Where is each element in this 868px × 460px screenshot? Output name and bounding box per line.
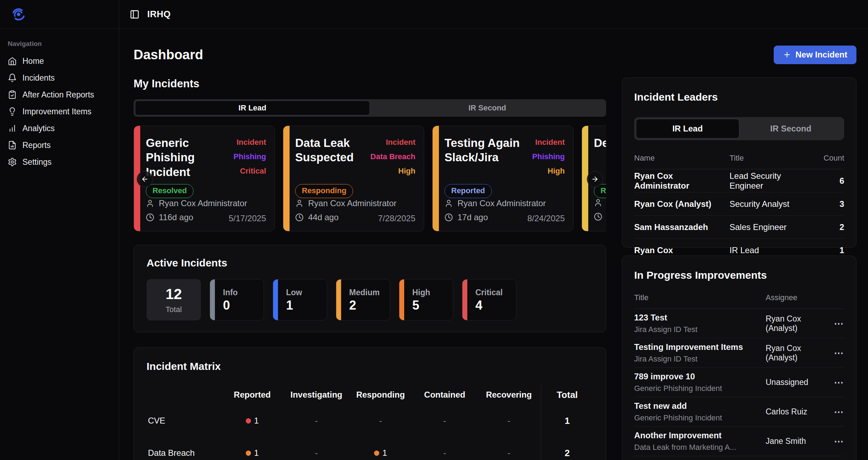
row-menu-button[interactable]: ⋯ <box>827 436 844 447</box>
sidebar-header <box>0 0 119 29</box>
severity-stripe <box>336 279 341 320</box>
improvement-row: 123 TestJira Assign ID TestRyan Cox (Ana… <box>634 309 844 338</box>
new-incident-button[interactable]: New Incident <box>774 46 856 64</box>
improvement-subtitle: Jira Assign ID Test <box>634 354 766 364</box>
sidebar-item-label: Home <box>22 56 44 66</box>
leader-row: Sam HassanzadehSales Engineer2 <box>634 216 844 239</box>
matrix-row-label: CVE <box>147 416 220 426</box>
incident-leaders-panel: Incident Leaders IR LeadIR Second NameTi… <box>622 77 856 248</box>
improvement-assignee: Jane Smith <box>766 437 827 446</box>
leader-row: Ryan Cox (Analyst)Security Analyst3 <box>634 192 844 216</box>
improvement-subtitle: Data Leak from Marketing A... <box>634 443 766 452</box>
sidebar-item-improvement-items[interactable]: Improvement Items <box>0 103 119 120</box>
app-title: IRHQ <box>147 9 171 20</box>
ellipsis-icon: ⋯ <box>834 407 844 417</box>
status-dot <box>374 451 379 456</box>
sidebar-item-label: Settings <box>22 157 52 167</box>
row-menu-button[interactable]: ⋯ <box>827 406 844 418</box>
sidebar-item-home[interactable]: Home <box>0 53 119 69</box>
active-incidents-panel: Active Incidents 12 Total Info0Low1Mediu… <box>134 245 606 332</box>
improvement-row: Test new addGeneric Phishing IncidentCar… <box>634 397 844 427</box>
logo-icon[interactable] <box>11 6 27 22</box>
ellipsis-icon: ⋯ <box>834 348 844 358</box>
matrix-cell: 1 <box>220 448 284 458</box>
my-incidents-tabs: IR LeadIR Second <box>134 99 606 117</box>
leader-title: IR Lead <box>730 245 816 255</box>
card-reporter-name: Ryan Cox Administrator <box>159 198 247 208</box>
card-severity-stripe <box>433 126 439 231</box>
matrix-cell: 1 <box>348 448 413 458</box>
matrix-column-header: Investigating <box>284 390 348 400</box>
content: Dashboard New Incident My Incidents IR L… <box>119 29 868 460</box>
matrix-column-header: Responding <box>348 390 413 400</box>
row-menu-button[interactable]: ⋯ <box>827 318 844 329</box>
sidebar-item-analytics[interactable]: Analytics <box>0 120 119 137</box>
matrix-row-label: Data Breach <box>147 448 220 458</box>
incident-card[interactable]: Data Leak SuspectedIncidentData BreachHi… <box>283 126 424 231</box>
improvement-title-cell: Testing Improvement ItemsJira Assign ID … <box>634 342 766 364</box>
person-icon <box>146 199 154 208</box>
severity-label: Low <box>286 288 302 297</box>
improvements-header-assignee: Assignee <box>766 293 827 302</box>
carousel-next-button[interactable] <box>587 171 603 187</box>
improvement-row: Testing Improvement ItemsJira Assign ID … <box>634 338 844 368</box>
card-reporter-row: Ryan Cox Administrator <box>146 198 247 208</box>
sidebar-toggle-button[interactable] <box>128 7 142 21</box>
tab-ir-second[interactable]: IR Second <box>370 101 605 115</box>
sidebar-item-after-action-reports[interactable]: After Action Reports <box>0 86 119 103</box>
active-incidents-heading: Active Incidents <box>147 257 593 269</box>
incident-card[interactable]: Testing Again Slack/JiraIncidentPhishing… <box>432 126 574 231</box>
improvement-title-cell: 123 TestJira Assign ID Test <box>634 313 766 334</box>
matrix-total-header: Total <box>541 385 593 405</box>
matrix-row-total: 2 <box>541 437 593 460</box>
severity-label: Medium <box>349 288 380 297</box>
incident-label-incident: Incident <box>386 138 415 147</box>
leaders-header-title: Title <box>730 154 816 163</box>
severity-tile-critical: Critical4 <box>462 279 516 320</box>
card-date: 5/17/2025 <box>229 214 266 223</box>
leaders-tab-ir-lead[interactable]: IR Lead <box>636 119 739 138</box>
improvement-assignee: Carlos Ruiz <box>766 407 827 417</box>
tab-ir-lead[interactable]: IR Lead <box>135 101 370 115</box>
incident-matrix-table: ReportedInvestigatingRespondingContained… <box>147 385 593 460</box>
matrix-row: Data Breach1-1--2 <box>147 437 593 460</box>
plus-icon <box>783 50 791 59</box>
severity-stats-row: 12 Total Info0Low1Medium2High5Critical4 <box>147 279 593 320</box>
matrix-cell: - <box>477 448 541 458</box>
incident-card-labels: IncidentPhishingCritical <box>233 138 266 176</box>
improvement-assignee: Ryan Cox (Analyst) <box>766 314 827 333</box>
leader-count: 6 <box>816 176 844 186</box>
card-reporter-row: Ryan Cox Administrator <box>295 198 396 208</box>
card-reporter-row: Ryan Cox Administrator <box>445 198 546 208</box>
incident-card[interactable]: Generic Phishing IncidentIncidentPhishin… <box>134 126 275 231</box>
matrix-cell: - <box>284 416 348 426</box>
matrix-empty-cell: - <box>508 416 510 426</box>
improvement-subtitle: Generic Phishing Incident <box>634 384 766 393</box>
matrix-empty-cell: - <box>443 416 446 426</box>
incident-label-high: High <box>398 167 415 176</box>
sidebar-item-label: Analytics <box>22 124 55 133</box>
row-menu-button[interactable]: ⋯ <box>827 377 844 388</box>
dashboard-columns: My Incidents IR LeadIR Second Generic Ph… <box>134 77 856 460</box>
row-menu-button[interactable]: ⋯ <box>827 347 844 359</box>
ellipsis-icon: ⋯ <box>834 377 844 388</box>
sidebar-item-settings[interactable]: Settings <box>0 154 119 170</box>
leader-count: 1 <box>816 245 844 255</box>
improvement-title-cell: 789 improve 10Generic Phishing Incident <box>634 372 766 393</box>
sidebar-item-reports[interactable]: Reports <box>0 137 119 154</box>
total-incidents-tile: 12 Total <box>147 279 201 320</box>
carousel-prev-button[interactable] <box>137 171 153 187</box>
clock-icon <box>594 212 602 221</box>
matrix-empty-cell: - <box>443 448 446 458</box>
sidebar-item-incidents[interactable]: Incidents <box>0 69 119 86</box>
severity-tile-high: High5 <box>399 279 453 320</box>
panel-left-icon <box>130 9 140 19</box>
severity-stripe <box>399 279 404 320</box>
severity-label: High <box>412 288 430 297</box>
improvement-subtitle: Generic Phishing Incident <box>634 413 766 422</box>
leader-name: Ryan Cox <box>634 245 730 255</box>
card-age-row: 17d ago <box>445 212 488 222</box>
card-reporter-name: Ryan Cox Administrator <box>308 198 396 208</box>
incident-label-phishing: Phishing <box>233 152 266 161</box>
leaders-tab-ir-second[interactable]: IR Second <box>739 119 843 138</box>
